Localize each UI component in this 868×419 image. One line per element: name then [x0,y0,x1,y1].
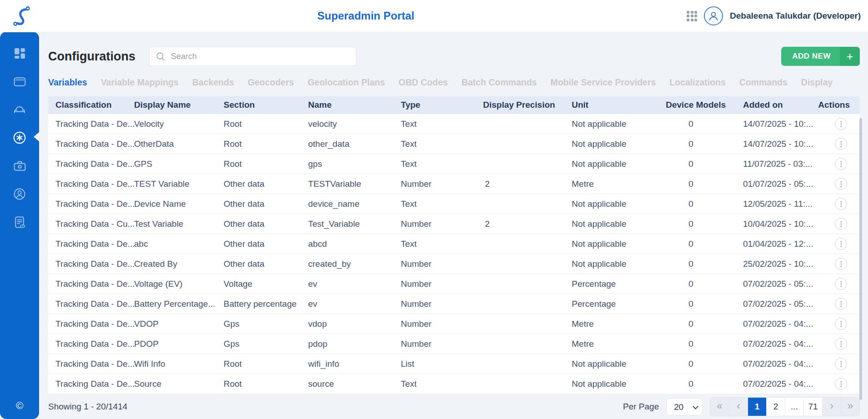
table-row[interactable]: Tracking Data - Cu... Test Variable Othe… [48,214,860,234]
row-actions-button[interactable] [835,298,847,310]
cell-display-precision [483,354,572,374]
apps-grid-icon[interactable] [687,11,697,21]
cell-classification: Tracking Data - De... [48,154,134,174]
table-row[interactable]: Tracking Data - De... VDOP Gps vdop Numb… [48,314,860,334]
kebab-menu-icon [838,120,844,128]
add-new-label: ADD NEW [781,47,840,66]
sidebar-item-accounts[interactable] [0,180,39,208]
row-actions-button[interactable] [835,138,847,150]
tab[interactable]: Batch Commands [461,77,537,88]
kebab-menu-icon [838,140,844,148]
cell-display-precision [483,294,572,314]
last-page-button[interactable]: » [841,398,859,416]
tab[interactable]: Backends [192,77,234,88]
table-row[interactable]: Tracking Data - De... Velocity Root velo… [48,114,860,134]
row-actions-button[interactable] [835,118,847,130]
table-row[interactable]: Tracking Data - De... Wifi Info Root wif… [48,354,860,374]
cell-name: TESTVariable [308,174,401,194]
cell-name: Test_Variable [308,214,401,234]
row-actions-button[interactable] [835,318,847,330]
table-row[interactable]: Tracking Data - De... Created By Other d… [48,254,860,274]
per-page-select[interactable]: 20 [666,398,703,415]
tab[interactable]: Geocoders [248,77,294,88]
table-row[interactable]: Tracking Data - De... Battery Percentage… [48,294,860,314]
table-row[interactable]: Tracking Data - De... GPS Root gps Text … [48,154,860,174]
page-button[interactable]: 1 [748,398,766,416]
cell-unit: Percentage [572,294,666,314]
column-header: Display Name [134,96,224,114]
table-row[interactable]: Tracking Data - De... Device Name Other … [48,194,860,214]
cell-classification: Tracking Data - De... [48,314,134,334]
sidebar-item-toolbox[interactable] [0,152,39,180]
cell-device-models: 0 [666,214,743,234]
active-nav-indicator [34,132,40,142]
row-actions-button[interactable] [835,198,847,210]
column-header: Section [224,96,308,114]
cell-display-name: Device Name [134,194,224,214]
sidebar-item-vehicles[interactable] [0,95,39,124]
row-actions-button[interactable] [835,378,847,390]
table-row[interactable]: Tracking Data - De... Source Root source… [48,374,860,394]
row-actions-button[interactable] [835,338,847,350]
table-row[interactable]: Tracking Data - De... Voltage (EV) Volta… [48,274,860,294]
cell-device-models: 0 [666,114,743,134]
sidebar-item-dashboard[interactable] [0,39,39,67]
table-row[interactable]: Tracking Data - De... OtherData Root oth… [48,134,860,154]
user-avatar[interactable] [704,6,723,25]
row-actions-button[interactable] [835,258,847,270]
cell-device-models: 0 [666,374,743,394]
row-actions-button[interactable] [835,218,847,230]
row-actions-button[interactable] [835,158,847,170]
tab[interactable]: OBD Codes [399,77,448,88]
cell-display-name: Created By [134,254,224,274]
table-row[interactable]: Tracking Data - De... PDOP Gps pdop Numb… [48,334,860,354]
tab[interactable]: Mobile Service Providers [550,77,656,88]
cell-display-precision [483,314,572,334]
cell-section: Other data [224,214,308,234]
search-input[interactable] [171,52,339,61]
table-row[interactable]: Tracking Data - De... TEST Variable Othe… [48,174,860,194]
user-circle-icon [13,188,26,200]
cell-device-models: 0 [666,234,743,254]
cell-type: Text [401,154,483,174]
row-actions-button[interactable] [835,278,847,290]
tab[interactable]: Variable Mappings [101,77,179,88]
cell-classification: Tracking Data - De... [48,354,134,374]
tab[interactable]: Localizations [669,77,726,88]
row-actions-button[interactable] [835,358,847,370]
next-page-button[interactable]: › [822,398,841,416]
cell-type: Number [401,254,483,274]
cell-section: Root [224,354,308,374]
sidebar-item-devices[interactable] [0,67,39,95]
table-row[interactable]: Tracking Data - De... abc Other data abc… [48,234,860,254]
prev-page-button[interactable]: ‹ [729,398,748,416]
tab[interactable]: Geolocation Plans [308,77,385,88]
cell-classification: Tracking Data - De... [48,174,134,194]
cell-device-models: 0 [666,294,743,314]
cell-name: source [308,374,401,394]
kebab-menu-icon [838,340,844,348]
row-actions-button[interactable] [835,178,847,190]
cell-added-on: 07/02/2025 - 04:... [743,314,817,334]
cell-display-name: Velocity [134,114,224,134]
cell-section: Root [224,134,308,154]
column-header: Device Models [666,96,743,114]
page-button[interactable]: 71 [803,398,822,416]
cell-added-on: 01/07/2025 - 05:... [743,174,817,194]
tab[interactable]: Display [801,77,833,88]
cell-display-name: Voltage (EV) [134,274,224,294]
kebab-menu-icon [838,260,844,268]
add-new-button[interactable]: ADD NEW + [781,47,860,66]
page-button[interactable]: 2 [766,398,785,416]
cell-type: Text [401,234,483,254]
tab[interactable]: Commands [739,77,788,88]
cell-classification: Tracking Data - De... [48,374,134,394]
cell-classification: Tracking Data - De... [48,274,134,294]
sidebar-item-audit-logs[interactable] [0,208,39,236]
row-actions-button[interactable] [835,238,847,250]
cell-display-name: TEST Variable [134,174,224,194]
cell-section: Other data [224,254,308,274]
scrollbar-thumb[interactable] [859,118,862,400]
tab[interactable]: Variables [48,77,87,88]
first-page-button[interactable]: « [710,398,729,416]
